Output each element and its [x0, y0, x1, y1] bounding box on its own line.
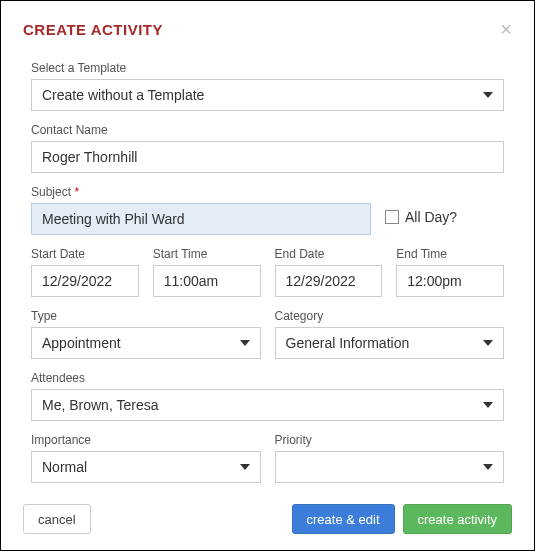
create-activity-dialog: CREATE ACTIVITY × Select a Template Crea… [1, 1, 534, 513]
category-value: General Information [286, 335, 410, 351]
attendees-select[interactable]: Me, Brown, Teresa [31, 389, 504, 421]
chevron-down-icon [483, 402, 493, 408]
type-value: Appointment [42, 335, 121, 351]
start-time-field: Start Time 11:00am [153, 247, 261, 297]
chevron-down-icon [483, 340, 493, 346]
end-time-field: End Time 12:00pm [396, 247, 504, 297]
importance-field: Importance Normal [31, 433, 261, 483]
category-label: Category [275, 309, 505, 323]
attendees-label: Attendees [31, 371, 504, 385]
type-select[interactable]: Appointment [31, 327, 261, 359]
priority-label: Priority [275, 433, 505, 447]
primary-actions: create & edit create activity [292, 504, 512, 534]
end-time-label: End Time [396, 247, 504, 261]
chevron-down-icon [483, 92, 493, 98]
type-field: Type Appointment [31, 309, 261, 359]
contact-field: Contact Name Roger Thornhill [31, 123, 504, 173]
chevron-down-icon [240, 464, 250, 470]
end-date-value: 12/29/2022 [286, 273, 356, 289]
contact-label: Contact Name [31, 123, 504, 137]
start-time-label: Start Time [153, 247, 261, 261]
subject-field: Subject * Meeting with Phil Ward [31, 185, 371, 235]
form-area: Select a Template Create without a Templ… [23, 61, 512, 483]
importance-label: Importance [31, 433, 261, 447]
close-icon[interactable]: × [500, 19, 512, 39]
allday-checkbox[interactable] [385, 210, 399, 224]
required-mark: * [74, 185, 79, 199]
end-date-field: End Date 12/29/2022 [275, 247, 383, 297]
allday-label: All Day? [405, 209, 457, 225]
category-field: Category General Information [275, 309, 505, 359]
template-select[interactable]: Create without a Template [31, 79, 504, 111]
attendees-value: Me, Brown, Teresa [42, 397, 158, 413]
end-time-input[interactable]: 12:00pm [396, 265, 504, 297]
end-date-label: End Date [275, 247, 383, 261]
start-date-value: 12/29/2022 [42, 273, 112, 289]
end-time-value: 12:00pm [407, 273, 461, 289]
subject-value: Meeting with Phil Ward [42, 211, 185, 227]
allday-field: All Day? [385, 201, 504, 235]
priority-field: Priority [275, 433, 505, 483]
create-and-edit-button[interactable]: create & edit [292, 504, 395, 534]
start-date-input[interactable]: 12/29/2022 [31, 265, 139, 297]
template-field: Select a Template Create without a Templ… [31, 61, 504, 111]
subject-input[interactable]: Meeting with Phil Ward [31, 203, 371, 235]
attendees-field: Attendees Me, Brown, Teresa [31, 371, 504, 421]
chevron-down-icon [483, 464, 493, 470]
dialog-header: CREATE ACTIVITY × [23, 19, 512, 39]
type-label: Type [31, 309, 261, 323]
create-activity-button[interactable]: create activity [403, 504, 512, 534]
chevron-down-icon [240, 340, 250, 346]
start-time-input[interactable]: 11:00am [153, 265, 261, 297]
cancel-button[interactable]: cancel [23, 504, 91, 534]
importance-value: Normal [42, 459, 87, 475]
contact-input[interactable]: Roger Thornhill [31, 141, 504, 173]
category-select[interactable]: General Information [275, 327, 505, 359]
start-time-value: 11:00am [164, 273, 218, 289]
importance-select[interactable]: Normal [31, 451, 261, 483]
template-label: Select a Template [31, 61, 504, 75]
dialog-title: CREATE ACTIVITY [23, 21, 163, 38]
template-value: Create without a Template [42, 87, 204, 103]
start-date-field: Start Date 12/29/2022 [31, 247, 139, 297]
subject-label: Subject * [31, 185, 371, 199]
end-date-input[interactable]: 12/29/2022 [275, 265, 383, 297]
priority-select[interactable] [275, 451, 505, 483]
contact-value: Roger Thornhill [42, 149, 137, 165]
dialog-footer: cancel create & edit create activity [23, 504, 512, 534]
start-date-label: Start Date [31, 247, 139, 261]
